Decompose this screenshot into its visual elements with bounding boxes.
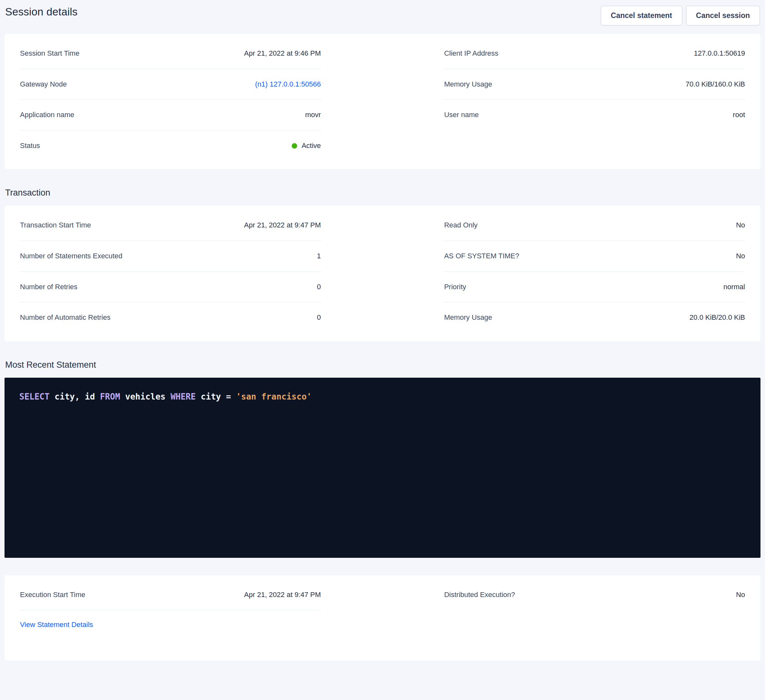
statements-executed-label: Number of Statements Executed — [20, 251, 122, 261]
application-name-label: Application name — [20, 110, 74, 120]
status-value: Active — [302, 141, 321, 151]
sql-keyword: SELECT — [19, 392, 50, 402]
execution-start-time-label: Execution Start Time — [20, 590, 85, 600]
transaction-card: Transaction Start Time Apr 21, 2022 at 9… — [5, 206, 760, 341]
application-name-value: movr — [305, 110, 321, 120]
active-status-dot-icon — [292, 143, 297, 149]
session-start-time-value: Apr 21, 2022 at 9:46 PM — [244, 49, 321, 58]
execution-details-card: Execution Start Time Apr 21, 2022 at 9:4… — [5, 575, 760, 661]
most-recent-statement-heading: Most Recent Statement — [5, 360, 760, 370]
session-start-time-label: Session Start Time — [20, 49, 80, 58]
client-ip-value: 127.0.0.1:50619 — [694, 49, 745, 58]
table-row: Priority normal — [444, 272, 745, 303]
table-row: Distributed Execution? No — [444, 580, 745, 610]
session-memory-usage-label: Memory Usage — [444, 80, 492, 89]
table-row: Client IP Address 127.0.0.1:50619 — [444, 38, 745, 69]
view-statement-details-link[interactable]: View Statement Details — [20, 620, 93, 629]
session-memory-usage-value: 70.0 KiB/160.0 KiB — [685, 80, 745, 89]
session-details-page: Session details Cancel statement Cancel … — [0, 0, 765, 664]
sql-statement-box: SELECT city, id FROM vehicles WHERE city… — [5, 378, 760, 558]
as-of-system-time-value: No — [736, 251, 745, 261]
table-row: AS OF SYSTEM TIME? No — [444, 241, 745, 272]
statements-executed-value: 1 — [317, 251, 321, 261]
transaction-memory-usage-label: Memory Usage — [444, 313, 492, 322]
sql-keyword: FROM — [100, 392, 120, 402]
transaction-left-column: Transaction Start Time Apr 21, 2022 at 9… — [20, 210, 321, 333]
transaction-section-heading: Transaction — [5, 188, 760, 198]
status-label: Status — [20, 141, 40, 151]
sql-statement-text: SELECT city, id FROM vehicles WHERE city… — [19, 392, 312, 402]
execution-left-column: Execution Start Time Apr 21, 2022 at 9:4… — [20, 580, 321, 633]
as-of-system-time-label: AS OF SYSTEM TIME? — [444, 251, 519, 261]
execution-start-time-value: Apr 21, 2022 at 9:47 PM — [244, 590, 321, 600]
cancel-statement-button[interactable]: Cancel statement — [601, 6, 682, 25]
table-row: Gateway Node (n1) 127.0.0.1:50566 — [20, 69, 321, 100]
table-row: Transaction Start Time Apr 21, 2022 at 9… — [20, 210, 321, 241]
priority-label: Priority — [444, 283, 466, 292]
session-summary-card: Session Start Time Apr 21, 2022 at 9:46 … — [5, 34, 760, 169]
session-summary-right-column: Client IP Address 127.0.0.1:50619 Memory… — [444, 38, 745, 161]
cancel-session-button[interactable]: Cancel session — [686, 6, 760, 25]
number-of-retries-value: 0 — [317, 283, 321, 292]
header-actions: Cancel statement Cancel session — [601, 6, 760, 25]
sql-text: city = — [196, 392, 236, 402]
sql-keyword: WHERE — [171, 392, 196, 402]
user-name-label: User name — [444, 110, 479, 120]
table-row: Read Only No — [444, 210, 745, 241]
read-only-value: No — [736, 221, 745, 230]
page-header: Session details Cancel statement Cancel … — [5, 4, 760, 34]
view-statement-details-row: View Statement Details — [20, 610, 321, 632]
table-row: Number of Statements Executed 1 — [20, 241, 321, 272]
table-row: Status Active — [20, 130, 321, 161]
distributed-execution-value: No — [736, 590, 745, 600]
table-row: Memory Usage 20.0 KiB/20.0 KiB — [444, 302, 745, 333]
table-row: Number of Retries 0 — [20, 272, 321, 303]
table-row: User name root — [444, 100, 745, 130]
transaction-start-time-value: Apr 21, 2022 at 9:47 PM — [244, 221, 321, 230]
execution-right-column: Distributed Execution? No — [444, 580, 745, 610]
read-only-label: Read Only — [444, 221, 477, 230]
table-row: Application name movr — [20, 100, 321, 130]
user-name-value: root — [733, 110, 745, 120]
automatic-retries-value: 0 — [317, 313, 321, 322]
sql-string-literal: 'san francisco' — [236, 392, 312, 402]
distributed-execution-label: Distributed Execution? — [444, 590, 515, 600]
gateway-node-link[interactable]: (n1) 127.0.0.1:50566 — [255, 80, 321, 89]
priority-value: normal — [724, 283, 745, 292]
number-of-retries-label: Number of Retries — [20, 283, 77, 292]
table-row: Session Start Time Apr 21, 2022 at 9:46 … — [20, 38, 321, 69]
gateway-node-label: Gateway Node — [20, 80, 67, 89]
session-summary-left-column: Session Start Time Apr 21, 2022 at 9:46 … — [20, 38, 321, 161]
table-row: Number of Automatic Retries 0 — [20, 302, 321, 333]
table-row: Memory Usage 70.0 KiB/160.0 KiB — [444, 69, 745, 100]
status-badge: Active — [292, 141, 321, 151]
table-row: Execution Start Time Apr 21, 2022 at 9:4… — [20, 580, 321, 611]
sql-text: vehicles — [120, 392, 171, 402]
client-ip-label: Client IP Address — [444, 49, 498, 58]
transaction-start-time-label: Transaction Start Time — [20, 221, 91, 230]
transaction-memory-usage-value: 20.0 KiB/20.0 KiB — [689, 313, 745, 322]
automatic-retries-label: Number of Automatic Retries — [20, 313, 110, 322]
sql-text: city, id — [50, 392, 100, 402]
page-title: Session details — [5, 6, 77, 18]
transaction-right-column: Read Only No AS OF SYSTEM TIME? No Prior… — [444, 210, 745, 333]
